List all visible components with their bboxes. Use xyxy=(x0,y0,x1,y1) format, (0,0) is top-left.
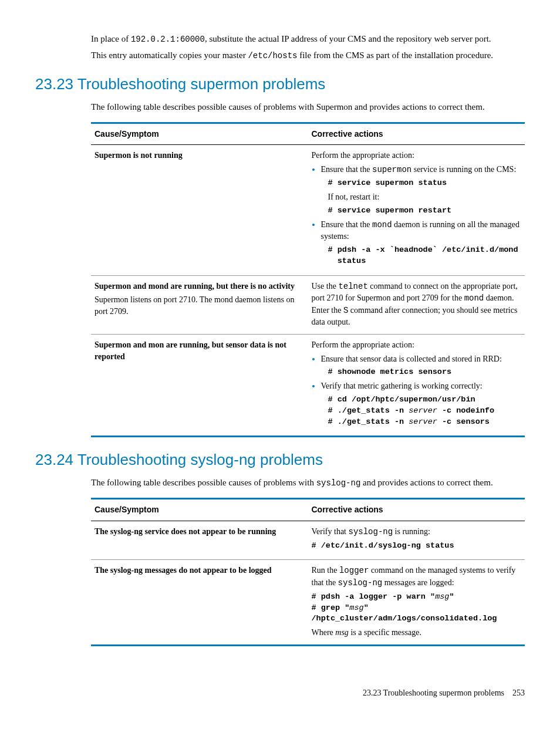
code-text: -c sensors xyxy=(437,417,490,426)
page-footer: 23.23 Troubleshooting supermon problems … xyxy=(35,687,525,699)
text: Verify that xyxy=(312,527,349,536)
text: service is running on the CMS: xyxy=(411,165,516,174)
text: If not, restart it: xyxy=(328,191,522,203)
text: Where xyxy=(312,628,336,637)
table-row: Supermon is not running Perform the appr… xyxy=(91,145,525,276)
code-block: # shownode metrics sensors xyxy=(328,367,522,378)
cause-title: Supermon and mond are running, but there… xyxy=(95,281,305,292)
text: is a specific message. xyxy=(349,628,421,637)
footer-section: 23.23 Troubleshooting supermon problems xyxy=(363,688,504,697)
code-block: # cd /opt/hptc/supermon/usr/bin # ./get_… xyxy=(328,394,522,428)
list-item: Ensure that sensor data is collected and… xyxy=(321,353,522,378)
text: file from the CMS as part of the install… xyxy=(297,50,493,60)
cell-cause: Supermon is not running xyxy=(91,145,308,276)
text-line: Run the logger command on the managed sy… xyxy=(312,565,522,589)
text: In place of xyxy=(91,34,131,43)
sub-block: # cd /opt/hptc/supermon/usr/bin # ./get_… xyxy=(328,394,522,428)
inline-code: mond xyxy=(464,293,484,303)
list-item: Ensure that the supermon service is runn… xyxy=(321,164,522,217)
page-number: 253 xyxy=(512,688,525,697)
text: Ensure that the xyxy=(321,165,372,174)
bullet-list: Ensure that the supermon service is runn… xyxy=(312,164,522,267)
cause-rest: Supermon listens on port 2710. The mond … xyxy=(95,294,305,317)
sub-block: # service supermon status If not, restar… xyxy=(328,178,522,216)
table-header-actions: Corrective actions xyxy=(308,123,525,145)
sub-block: # shownode metrics sensors xyxy=(328,367,522,378)
code-block: # /etc/init.d/syslog-ng status xyxy=(312,541,522,552)
code-block: # pdsh -a logger -p warn "msg" # grep "m… xyxy=(312,592,522,625)
section-lead: The following table describes possible c… xyxy=(91,477,525,490)
intro-block: In place of 192.0.2.1:60000, substitute … xyxy=(91,33,525,62)
table-header-cause: Cause/Symptom xyxy=(91,123,308,145)
text: , substitute the actual IP address of yo… xyxy=(205,34,491,43)
inline-code: syslog-ng xyxy=(338,578,383,588)
text: This entry automatically copies your mas… xyxy=(91,50,248,60)
section-body: The following table describes possible c… xyxy=(91,477,525,646)
cause-title: The syslog-ng messages do not appear to … xyxy=(95,566,272,575)
cell-action: Perform the appropriate action: Ensure t… xyxy=(308,335,525,437)
code-italic: server xyxy=(409,417,437,426)
cell-cause: Supermon and mond are running, but there… xyxy=(91,275,308,334)
cell-action: Perform the appropriate action: Ensure t… xyxy=(308,145,525,276)
section-heading-syslog: 23.24 Troubleshooting syslog-ng problems xyxy=(35,449,525,470)
code-italic: server xyxy=(409,406,437,415)
inline-code: logger xyxy=(339,566,369,575)
intro-para-2: This entry automatically copies your mas… xyxy=(91,49,525,62)
code-block: # pdsh -a -x `headnode` /etc/init.d/mond… xyxy=(328,245,522,267)
text: is running: xyxy=(393,527,430,536)
troubleshooting-table-syslog: Cause/Symptom Corrective actions The sys… xyxy=(91,498,525,646)
list-item: Verify that metric gathering is working … xyxy=(321,380,522,427)
italic-text: msg xyxy=(335,628,349,637)
table-row: The syslog-ng service does not appear to… xyxy=(91,521,525,560)
cell-cause: The syslog-ng service does not appear to… xyxy=(91,521,308,560)
cell-action: Use the telnet command to connect on the… xyxy=(308,275,525,334)
inline-code: 192.0.2.1:60000 xyxy=(131,35,205,44)
page: In place of 192.0.2.1:60000, substitute … xyxy=(35,33,525,699)
table-row: The syslog-ng messages do not appear to … xyxy=(91,560,525,645)
inline-code: supermon xyxy=(372,165,411,174)
inline-code: /etc/hosts xyxy=(248,51,297,60)
action-pre: Perform the appropriate action: xyxy=(312,150,522,161)
table-row: Supermon and mond are running, but there… xyxy=(91,275,525,334)
section-body: The following table describes possible c… xyxy=(91,101,525,438)
text: messages are logged: xyxy=(382,578,454,587)
code-block: # service supermon status xyxy=(328,178,522,189)
text: Run the xyxy=(312,566,339,575)
table-header-cause: Cause/Symptom xyxy=(91,499,308,521)
inline-code: mond xyxy=(372,220,392,229)
cell-action: Verify that syslog-ng is running: # /etc… xyxy=(308,521,525,560)
code-italic: msg xyxy=(349,603,363,612)
text: and provides actions to correct them. xyxy=(360,478,492,487)
troubleshooting-table-supermon: Cause/Symptom Corrective actions Supermo… xyxy=(91,122,525,438)
bullet-list: Ensure that sensor data is collected and… xyxy=(312,353,522,428)
text: Ensure that sensor data is collected and… xyxy=(321,355,502,363)
list-item: Ensure that the mond daemon is running o… xyxy=(321,219,522,267)
table-header-actions: Corrective actions xyxy=(308,499,525,521)
cause-title: Supermon is not running xyxy=(95,151,183,160)
cause-title: Supermon and mon are running, but sensor… xyxy=(95,340,286,361)
intro-para-1: In place of 192.0.2.1:60000, substitute … xyxy=(91,33,525,46)
cell-cause: The syslog-ng messages do not appear to … xyxy=(91,560,308,645)
cell-cause: Supermon and mon are running, but sensor… xyxy=(91,335,308,437)
code-italic: msg xyxy=(435,592,449,601)
text-line: Verify that syslog-ng is running: xyxy=(312,526,522,538)
inline-code: syslog-ng xyxy=(316,478,361,488)
inline-code: syslog-ng xyxy=(348,527,393,536)
code-text: # pdsh -a logger -p warn " xyxy=(312,592,436,601)
cell-action: Run the logger command on the managed sy… xyxy=(308,560,525,645)
action-pre: Perform the appropriate action: xyxy=(312,339,522,351)
section-heading-supermon: 23.23 Troubleshooting supermon problems xyxy=(35,73,525,94)
text-line: Where msg is a specific message. xyxy=(312,627,522,639)
table-row: Supermon and mon are running, but sensor… xyxy=(91,335,525,437)
section-lead: The following table describes possible c… xyxy=(91,101,525,113)
text: The following table describes possible c… xyxy=(91,478,316,487)
text: Verify that metric gathering is working … xyxy=(321,382,483,390)
inline-code: telnet xyxy=(338,282,367,291)
cause-title: The syslog-ng service does not appear to… xyxy=(95,527,276,536)
text: Ensure that the xyxy=(321,220,372,229)
code-block: # service supermon restart xyxy=(328,205,522,217)
sub-block: # pdsh -a -x `headnode` /etc/init.d/mond… xyxy=(328,245,522,267)
text: Use the xyxy=(312,282,339,291)
